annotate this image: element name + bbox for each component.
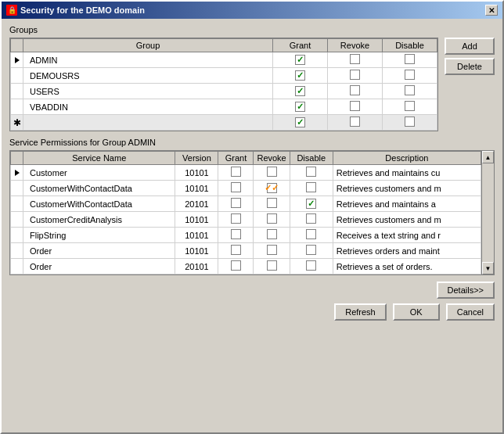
svc-row-2-revoke[interactable] bbox=[254, 196, 290, 212]
groups-row-users-name: USERS bbox=[23, 84, 273, 99]
service-scrollbar[interactable]: ▲ ▼ bbox=[481, 151, 494, 274]
close-button[interactable]: ✕ bbox=[485, 5, 498, 16]
groups-new-row: ✱ bbox=[11, 115, 437, 131]
svc-row-5-grant[interactable] bbox=[218, 243, 254, 259]
svc-row-3: CustomerCreditAnalysis 10101 Retrieves c… bbox=[11, 212, 481, 228]
svc-row-0-version: 10101 bbox=[175, 165, 218, 181]
svc-row-6-disable[interactable] bbox=[290, 259, 333, 274]
groups-row-admin-name: ADMIN bbox=[23, 52, 273, 68]
svc-row-2-arrow bbox=[11, 196, 23, 212]
svc-row-0: Customer 10101 Retrieves and maintains c… bbox=[11, 165, 481, 181]
delete-button[interactable]: Delete bbox=[445, 58, 495, 75]
service-table-flex: Service Name Version Grant Revoke Disabl… bbox=[10, 151, 494, 274]
svc-row-3-disable[interactable] bbox=[290, 212, 333, 228]
svc-row-2-grant[interactable] bbox=[218, 196, 254, 212]
svc-col-name: Service Name bbox=[23, 152, 175, 165]
svc-row-2-version: 20101 bbox=[175, 196, 218, 212]
svc-col-grant: Grant bbox=[218, 152, 254, 165]
refresh-button[interactable]: Refresh bbox=[334, 303, 387, 321]
scroll-down-arrow[interactable]: ▼ bbox=[482, 262, 494, 274]
add-button[interactable]: Add bbox=[445, 38, 495, 55]
groups-row-users: USERS bbox=[11, 84, 437, 99]
svc-row-0-grant[interactable] bbox=[218, 165, 254, 181]
groups-row-users-revoke[interactable] bbox=[328, 84, 383, 99]
main-content: Groups Group Grant Revoke Disable bbox=[2, 19, 502, 327]
groups-col-grant: Grant bbox=[273, 39, 328, 52]
svc-col-disable: Disable bbox=[290, 152, 333, 165]
groups-row-demousrs-name: DEMOUSRS bbox=[23, 68, 273, 84]
groups-col-arrow bbox=[11, 39, 23, 52]
groups-row-demousrs-disable[interactable] bbox=[383, 68, 437, 84]
groups-table-area: Group Grant Revoke Disable ADMIN bbox=[9, 38, 438, 131]
svc-row-4-revoke[interactable] bbox=[254, 228, 290, 243]
title-bar: 🔒 Security for the DEMO domain ✕ bbox=[2, 2, 502, 19]
svc-row-3-revoke[interactable] bbox=[254, 212, 290, 228]
scroll-up-arrow[interactable]: ▲ bbox=[482, 151, 494, 163]
groups-row-users-grant[interactable] bbox=[273, 84, 328, 99]
details-button[interactable]: Details>> bbox=[437, 282, 495, 299]
cancel-button[interactable]: Cancel bbox=[446, 303, 495, 321]
details-row: Details>> bbox=[9, 282, 495, 299]
service-table-scroll-area: Service Name Version Grant Revoke Disabl… bbox=[10, 151, 481, 274]
groups-new-row-disable[interactable] bbox=[383, 115, 437, 131]
svc-row-3-version: 10101 bbox=[175, 212, 218, 228]
svc-col-desc: Description bbox=[333, 152, 481, 165]
ok-button[interactable]: OK bbox=[393, 303, 440, 321]
groups-row-vbaddin-name: VBADDIN bbox=[23, 99, 273, 115]
groups-row-demousrs-revoke[interactable] bbox=[328, 68, 383, 84]
svc-row-0-disable[interactable] bbox=[290, 165, 333, 181]
groups-row-admin-revoke[interactable] bbox=[328, 52, 383, 68]
svc-row-1-revoke[interactable]: ✓ bbox=[254, 181, 290, 196]
svc-row-1-grant[interactable] bbox=[218, 181, 254, 196]
svc-row-5: Order 10101 Retrieves orders and maint bbox=[11, 243, 481, 259]
svc-row-2-desc: Retrieves and maintains a bbox=[333, 196, 481, 212]
svc-row-0-revoke[interactable] bbox=[254, 165, 290, 181]
groups-new-row-marker: ✱ bbox=[11, 115, 23, 131]
svc-row-1-name: CustomerWithContactData bbox=[23, 181, 175, 196]
svc-row-4-disable[interactable] bbox=[290, 228, 333, 243]
groups-col-revoke: Revoke bbox=[328, 39, 383, 52]
svc-row-3-desc: Retrieves customers and m bbox=[333, 212, 481, 228]
svc-col-version: Version bbox=[175, 152, 218, 165]
groups-buttons: Add Delete bbox=[445, 38, 495, 75]
svc-row-4-arrow bbox=[11, 228, 23, 243]
svc-row-6-desc: Retrieves a set of orders. bbox=[333, 259, 481, 274]
svc-row-6-revoke[interactable] bbox=[254, 259, 290, 274]
service-table-area: Service Name Version Grant Revoke Disabl… bbox=[9, 150, 495, 275]
svc-row-3-name: CustomerCreditAnalysis bbox=[23, 212, 175, 228]
groups-new-row-name bbox=[23, 115, 273, 131]
groups-row-vbaddin-disable[interactable] bbox=[383, 99, 437, 115]
service-table: Service Name Version Grant Revoke Disabl… bbox=[10, 151, 481, 274]
svc-row-1: CustomerWithContactData 10101 ✓ Retrieve… bbox=[11, 181, 481, 196]
groups-row-vbaddin-grant[interactable] bbox=[273, 99, 328, 115]
groups-new-row-grant[interactable] bbox=[273, 115, 328, 131]
svc-row-5-revoke[interactable] bbox=[254, 243, 290, 259]
groups-row-admin-disable[interactable] bbox=[383, 52, 437, 68]
svc-row-6-name: Order bbox=[23, 259, 175, 274]
groups-row-users-disable[interactable] bbox=[383, 84, 437, 99]
svc-row-5-disable[interactable] bbox=[290, 243, 333, 259]
svc-row-0-desc: Retrieves and maintains cu bbox=[333, 165, 481, 181]
groups-new-row-revoke[interactable] bbox=[328, 115, 383, 131]
svc-row-2-name: CustomerWithContactData bbox=[23, 196, 175, 212]
service-section: Service Name Version Grant Revoke Disabl… bbox=[9, 150, 495, 275]
svc-row-5-version: 10101 bbox=[175, 243, 218, 259]
svc-row-2-disable[interactable] bbox=[290, 196, 333, 212]
groups-row-users-arrow bbox=[11, 84, 23, 99]
main-window: 🔒 Security for the DEMO domain ✕ Groups … bbox=[0, 0, 504, 434]
groups-row-demousrs-arrow bbox=[11, 68, 23, 84]
svc-row-3-grant[interactable] bbox=[218, 212, 254, 228]
groups-row-admin: ADMIN bbox=[11, 52, 437, 68]
svc-col-arrow bbox=[11, 152, 23, 165]
bottom-buttons: Refresh OK Cancel bbox=[9, 303, 495, 321]
window-title: Security for the DEMO domain bbox=[20, 5, 145, 15]
svc-row-1-desc: Retrieves customers and m bbox=[333, 181, 481, 196]
svc-row-0-name: Customer bbox=[23, 165, 175, 181]
svc-row-5-arrow bbox=[11, 243, 23, 259]
svc-row-6-grant[interactable] bbox=[218, 259, 254, 274]
svc-row-4-grant[interactable] bbox=[218, 228, 254, 243]
svc-row-1-disable[interactable] bbox=[290, 181, 333, 196]
groups-row-vbaddin-revoke[interactable] bbox=[328, 99, 383, 115]
groups-row-admin-grant[interactable] bbox=[273, 52, 328, 68]
groups-row-demousrs-grant[interactable] bbox=[273, 68, 328, 84]
